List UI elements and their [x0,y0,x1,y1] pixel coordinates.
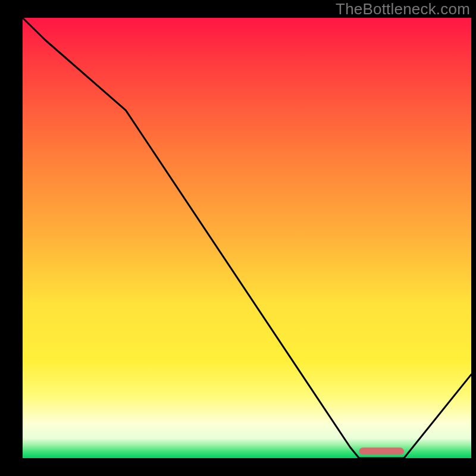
plot-area [23,18,471,458]
chart-frame: TheBottleneck.com [0,0,476,476]
optimal-range-marker [359,447,404,455]
attribution-label: TheBottleneck.com [336,0,470,18]
chart-svg [0,0,476,476]
